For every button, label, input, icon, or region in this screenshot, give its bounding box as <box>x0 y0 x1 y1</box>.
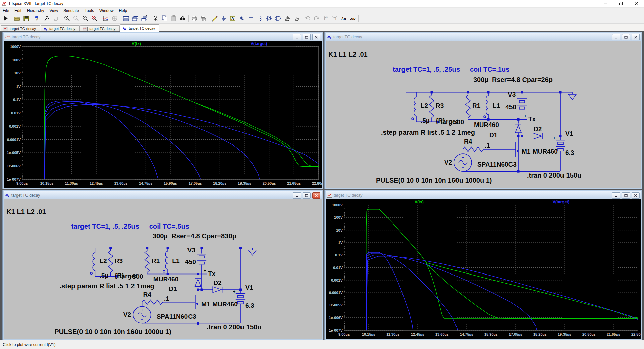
label-r4: R4 <box>464 138 472 145</box>
window-close-button[interactable] <box>632 34 640 40</box>
menu-view[interactable]: View <box>47 8 61 13</box>
tab-target-tc-decay-4[interactable]: target TC decay <box>120 24 159 32</box>
tab-target-tc-decay-1[interactable]: target TC decay <box>1 25 40 32</box>
trace-label-vtarget[interactable]: V(target) <box>553 200 569 204</box>
window-titlebar[interactable]: target TC decay <box>326 33 641 41</box>
menu-window[interactable]: Window <box>97 8 116 13</box>
diode-button[interactable] <box>264 14 273 23</box>
schematic-canvas[interactable]: K1 L1 L2 .01 target TC=1, .5, .25us coil… <box>4 199 322 339</box>
schematic-canvas[interactable]: K1 L1 L2 .01 target TC=1, .5, .25us coil… <box>326 41 641 188</box>
app-minimize-button[interactable] <box>598 0 613 7</box>
find-icon <box>179 15 186 22</box>
waveform-plot[interactable]: 9.00µs10.15µs11.30µs12.45µs13.60µs14.75µ… <box>4 41 322 188</box>
control-panel-icon <box>34 15 41 22</box>
label-d1: D1 <box>169 285 177 292</box>
x-tick-label: 9.00µs <box>16 181 28 185</box>
window-close-button[interactable] <box>312 192 320 199</box>
window-close-button[interactable] <box>312 34 320 40</box>
ground-button[interactable] <box>219 14 228 23</box>
window-close-button[interactable] <box>632 192 640 199</box>
trace-label-vtx[interactable]: V(tx) <box>415 200 424 204</box>
x-tick-label: 20.50µs <box>582 332 596 336</box>
window-minimize-button[interactable] <box>612 34 620 40</box>
save-button[interactable] <box>21 14 31 23</box>
print-button[interactable] <box>190 14 199 23</box>
window-maximize-button[interactable] <box>303 192 311 199</box>
menu-hierarchy[interactable]: Hierarchy <box>24 8 47 13</box>
waveform-plot[interactable]: 9.00µs10.15µs11.30µs12.45µs13.60µs14.75µ… <box>326 199 641 339</box>
text-button[interactable]: Aa <box>339 14 348 23</box>
y-tick-label: 1e-007V <box>329 328 343 332</box>
halt-button[interactable] <box>42 14 51 23</box>
inductor-button[interactable] <box>255 14 264 23</box>
run-button[interactable] <box>1 14 10 23</box>
autorange-button[interactable] <box>101 14 110 23</box>
label-net-button[interactable]: A <box>228 14 237 23</box>
window-title: target TC decay <box>11 193 291 198</box>
new-window-button[interactable] <box>140 14 149 23</box>
undo-icon <box>304 15 311 22</box>
menu-simulate[interactable]: Simulate <box>61 8 82 13</box>
waveform-icon <box>327 193 332 198</box>
cut-button[interactable] <box>151 14 160 23</box>
zoom-in-button[interactable] <box>62 14 71 23</box>
spice-directive-button[interactable]: .op <box>348 14 357 23</box>
menu-file[interactable]: File <box>0 8 12 13</box>
zoom-out-button[interactable] <box>80 14 90 23</box>
waveform-icon <box>83 27 88 31</box>
trace-label-vtx[interactable]: V(tx) <box>132 41 141 46</box>
window-schematic-bottom-left: target TC decay K1 L1 L2 .01 target TC=1… <box>3 190 323 340</box>
window-minimize-button[interactable] <box>293 34 301 40</box>
window-titlebar[interactable]: target TC decay <box>4 191 322 200</box>
component-button[interactable] <box>273 14 282 23</box>
schematic-icon <box>43 27 48 31</box>
value-l2: .5µ <box>99 272 108 279</box>
menu-help[interactable]: Help <box>116 8 130 13</box>
zoom-back-icon <box>73 15 79 22</box>
app-close-button[interactable] <box>629 0 644 7</box>
tab-target-tc-decay-3[interactable]: target TC decay <box>80 25 120 32</box>
tile-windows-button[interactable] <box>121 14 130 23</box>
menu-edit[interactable]: Edit <box>12 8 24 13</box>
window-maximize-button[interactable] <box>303 34 311 40</box>
wire-button[interactable] <box>210 14 219 23</box>
schematic-icon <box>5 193 10 198</box>
y-tick-label: 1e-007V <box>7 177 21 181</box>
control-panel-button[interactable] <box>33 14 42 23</box>
window-titlebar[interactable]: target TC decay <box>4 33 322 41</box>
zoom-full-button[interactable] <box>90 14 99 23</box>
window-titlebar[interactable]: target TC decay <box>326 191 641 200</box>
move-button[interactable] <box>282 14 291 23</box>
copy-button[interactable] <box>160 14 169 23</box>
paste-button <box>169 14 178 23</box>
mirror-icon: E <box>331 15 338 22</box>
label-v1: V1 <box>245 284 253 291</box>
label-r1: R1 <box>472 102 481 109</box>
x-tick-label: 20.50µs <box>263 181 276 185</box>
window-minimize-button[interactable] <box>612 192 620 199</box>
trace-label-vtarget[interactable]: V(target) <box>251 41 267 46</box>
print-preview-button[interactable] <box>199 14 208 23</box>
x-tick-label: 21.65µs <box>607 332 620 336</box>
app-restore-button[interactable] <box>613 0 629 7</box>
zoom-back-button <box>71 14 80 23</box>
find-button[interactable] <box>178 14 187 23</box>
drag-button[interactable] <box>291 14 301 23</box>
cascade-windows-button[interactable] <box>130 14 140 23</box>
label-l1: L1 <box>493 102 500 109</box>
window-maximize-button[interactable] <box>622 34 630 40</box>
halt-icon <box>43 15 50 22</box>
window-maximize-button[interactable] <box>622 192 630 199</box>
toolbar-separator <box>188 15 189 22</box>
window-minimize-button[interactable] <box>293 192 301 199</box>
model-d2: MUR460 <box>533 148 558 155</box>
x-tick-label: 9.00µs <box>338 332 350 336</box>
toolbar-separator <box>209 15 209 22</box>
resistor-button[interactable] <box>237 14 246 23</box>
polar-plot-button <box>110 14 119 23</box>
label-l1: L1 <box>172 257 179 264</box>
open-button[interactable] <box>12 14 21 23</box>
menu-tools[interactable]: Tools <box>82 8 97 13</box>
capacitor-button[interactable] <box>246 14 255 23</box>
tab-target-tc-decay-2[interactable]: target TC decay <box>41 25 80 32</box>
